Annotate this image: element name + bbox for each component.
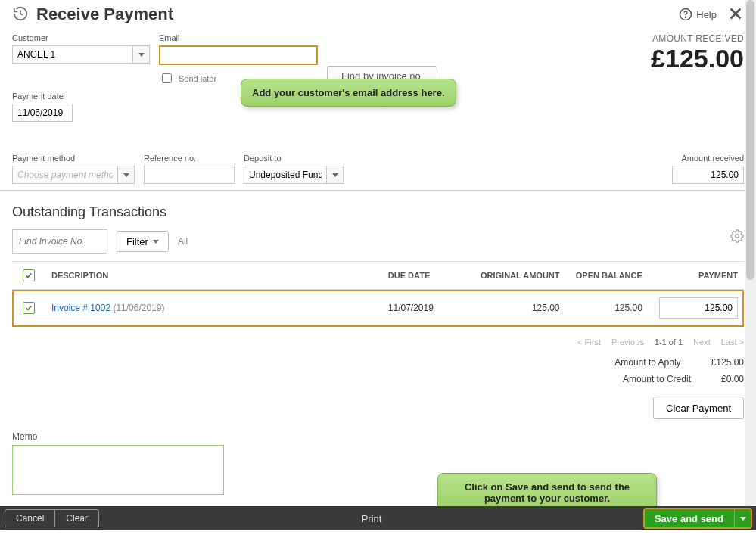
orig-amount-cell: 125.00	[470, 290, 566, 327]
open-balance-cell: 125.00	[566, 290, 649, 327]
filter-label: Filter	[126, 236, 148, 247]
help-label: Help	[696, 9, 717, 20]
amount-credit-label: Amount to Credit	[623, 374, 691, 384]
invoice-date: (11/06/2019)	[113, 303, 164, 313]
print-button[interactable]: Print	[362, 513, 382, 524]
save-dropdown-icon[interactable]	[734, 509, 751, 528]
deposit-dropdown-icon[interactable]	[327, 166, 344, 184]
col-due-date: DUE DATE	[382, 262, 470, 290]
outstanding-title: Outstanding Transactions	[12, 204, 744, 220]
save-and-send-button[interactable]: Save and send	[644, 509, 734, 528]
table-row[interactable]: Invoice # 1002 (11/06/2019) 11/07/2019 1…	[12, 290, 744, 327]
pager-last[interactable]: Last >	[721, 337, 744, 347]
amount-received-field-label: Amount received	[672, 154, 744, 163]
cancel-button[interactable]: Cancel	[5, 509, 55, 527]
svg-point-1	[686, 17, 686, 17]
amount-received-value: £125.00	[651, 44, 744, 73]
send-later-label: Send later	[179, 74, 216, 83]
due-date-cell: 11/07/2019	[382, 290, 470, 327]
filter-button[interactable]: Filter	[117, 231, 169, 252]
memo-textarea[interactable]	[12, 445, 224, 495]
clear-button[interactable]: Clear	[55, 509, 99, 527]
select-all-checkbox[interactable]	[23, 269, 35, 281]
payment-method-select[interactable]	[12, 166, 118, 184]
pager-prev[interactable]: Previous	[611, 337, 644, 347]
col-payment: PAYMENT	[649, 262, 744, 290]
payment-date-input[interactable]	[12, 104, 73, 122]
filter-all-label: All	[178, 236, 188, 247]
reference-label: Reference no.	[144, 154, 235, 163]
customer-select[interactable]	[12, 45, 133, 64]
send-later-checkbox[interactable]	[162, 73, 172, 83]
payment-method-label: Payment method	[12, 154, 135, 163]
pager-first[interactable]: < First	[577, 337, 601, 347]
history-icon[interactable]	[12, 5, 29, 24]
gear-icon[interactable]	[730, 229, 744, 245]
email-callout: Add your customer's email address here.	[241, 79, 456, 107]
amount-credit-value: £0.00	[721, 374, 744, 384]
email-input[interactable]	[159, 45, 318, 65]
customer-dropdown-icon[interactable]	[133, 45, 150, 64]
amount-apply-label: Amount to Apply	[614, 357, 680, 368]
reference-input[interactable]	[144, 166, 235, 184]
customer-label: Customer	[12, 33, 150, 42]
close-icon[interactable]	[727, 5, 744, 24]
payment-input[interactable]	[659, 297, 738, 319]
chevron-down-icon	[153, 240, 159, 244]
vertical-scrollbar[interactable]	[745, 0, 756, 506]
help-link[interactable]: Help	[679, 8, 717, 21]
invoice-link[interactable]: Invoice # 1002	[51, 303, 110, 313]
find-invoice-input[interactable]	[12, 229, 107, 254]
pager-range: 1-1 of 1	[655, 337, 683, 347]
col-open: OPEN BALANCE	[566, 262, 649, 290]
memo-label: Memo	[12, 431, 744, 442]
row-checkbox[interactable]	[23, 302, 35, 314]
col-original: ORIGINAL AMOUNT	[470, 262, 566, 290]
page-title: Receive Payment	[36, 5, 173, 24]
col-description: DESCRIPTION	[45, 262, 382, 290]
amount-received-input[interactable]	[672, 166, 744, 184]
amount-received-label: AMOUNT RECEIVED	[651, 33, 744, 44]
payment-method-dropdown-icon[interactable]	[118, 166, 135, 184]
amount-apply-value: £125.00	[711, 357, 744, 368]
email-label: Email	[159, 33, 318, 42]
clear-payment-button[interactable]: Clear Payment	[653, 397, 744, 419]
svg-point-4	[736, 235, 739, 238]
deposit-label: Deposit to	[244, 154, 344, 163]
deposit-select[interactable]	[244, 166, 327, 184]
pager-next[interactable]: Next	[693, 337, 711, 347]
